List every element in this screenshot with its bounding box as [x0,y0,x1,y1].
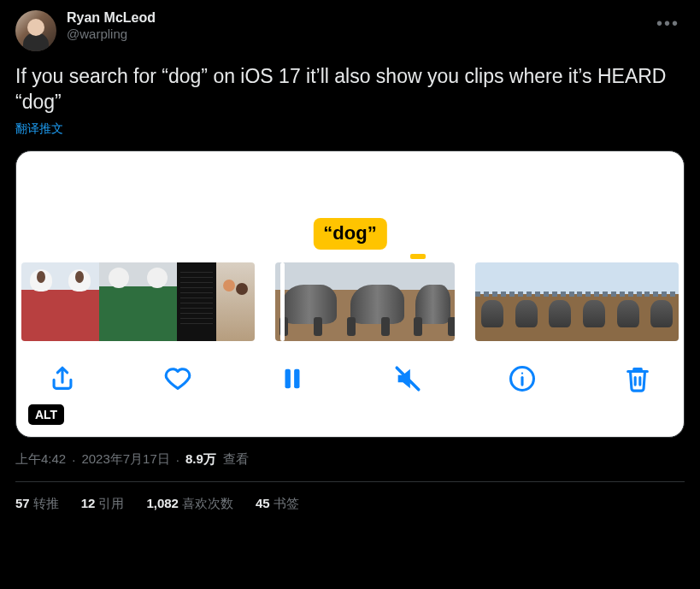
video-frame [216,262,256,341]
retweets-count: 57 [15,496,30,510]
video-frame [138,262,178,341]
svg-point-5 [521,372,523,374]
views-count: 8.9万 [185,451,216,468]
likes-label: 喜欢次数 [182,496,233,510]
video-frame [577,262,611,341]
bookmarks-stat[interactable]: 45书签 [256,496,299,512]
svg-rect-0 [285,369,291,389]
tweet-time[interactable]: 上午4:42 [15,451,66,468]
timeline-marker [410,254,426,259]
info-button[interactable] [505,362,539,396]
video-frame [177,262,216,341]
more-options-button[interactable]: ••• [651,10,685,37]
video-frame [99,262,138,341]
alt-text-badge[interactable]: ALT [28,404,64,425]
video-frame [344,262,411,341]
mute-button[interactable] [391,362,425,396]
media-attachment[interactable]: “dog” [15,150,685,438]
author-handle[interactable]: @warpling [67,27,651,41]
author-display-name[interactable]: Ryan McLeod [67,10,651,26]
video-frame [644,262,679,341]
author-avatar[interactable] [15,10,56,51]
retweets-stat[interactable]: 57转推 [15,496,59,512]
playhead[interactable] [280,262,285,341]
pause-icon [278,364,307,393]
media-top-area: “dog” [16,151,684,262]
tweet-date[interactable]: 2023年7月17日 [81,451,169,468]
bookmarks-count: 45 [256,496,270,510]
tweet-header: Ryan McLeod @warpling ••• [15,10,685,51]
video-frame [21,262,61,341]
likes-count: 1,082 [146,496,179,510]
tweet-metadata: 上午4:42 · 2023年7月17日 · 8.9万 查看 [15,451,685,468]
video-frame [611,262,645,341]
tweet-stats: 57转推 12引用 1,082喜欢次数 45书签 [15,482,685,512]
share-icon [48,364,77,393]
translate-link[interactable]: 翻译推文 [15,121,685,137]
media-controls [16,341,684,396]
speaker-muted-icon [393,364,422,393]
video-frame [275,262,343,341]
meta-separator: · [72,452,75,467]
quotes-stat[interactable]: 12引用 [81,496,125,512]
svg-rect-1 [294,369,299,389]
meta-separator: · [176,452,179,467]
info-icon [508,364,537,393]
video-frame [509,262,544,341]
like-button[interactable] [161,362,195,396]
likes-stat[interactable]: 1,082喜欢次数 [146,496,233,512]
tweet-text: If you search for “dog” on iOS 17 it’ll … [15,63,685,115]
retweets-label: 转推 [33,496,59,510]
bookmarks-label: 书签 [274,496,299,510]
clip-group-2[interactable] [275,262,455,341]
video-frame [61,262,100,341]
video-frame [411,262,456,341]
trash-icon [623,364,652,393]
video-frame [475,262,509,341]
clip-group-3[interactable] [475,262,679,341]
author-name-block: Ryan McLeod @warpling [67,10,651,41]
share-button[interactable] [45,362,79,396]
heart-icon [163,364,192,393]
video-frame [544,262,578,341]
search-term-badge: “dog” [313,218,386,250]
quotes-count: 12 [81,496,96,510]
video-timeline[interactable] [16,262,684,341]
clip-group-1[interactable] [21,262,255,341]
tweet-container: Ryan McLeod @warpling ••• If you search … [0,0,700,512]
views-label: 查看 [223,451,249,468]
pause-button[interactable] [275,362,309,396]
delete-button[interactable] [621,362,655,396]
quotes-label: 引用 [98,496,124,510]
